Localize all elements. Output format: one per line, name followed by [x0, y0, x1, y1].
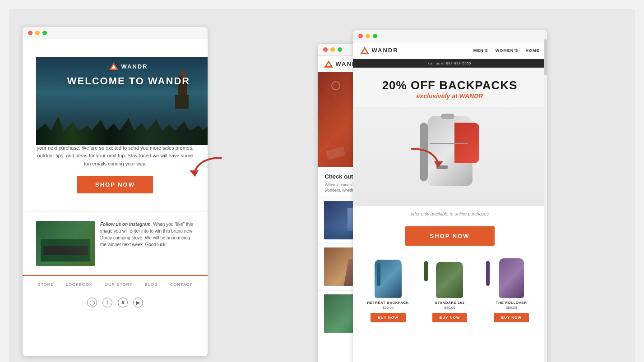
right-arrow	[407, 144, 448, 171]
email1-footer-nav: STORE LOOKBOOK OUR STORY BLOG CONTACT	[23, 275, 208, 293]
email1-social-icons: ◯ f ✘ ▶	[23, 293, 208, 312]
product-buy-button-2[interactable]: BUY NOW	[432, 313, 468, 322]
product-img-3	[484, 257, 539, 298]
email2-scroll-thumb	[544, 39, 547, 75]
email2-nav: WANDR MEN'S WOMEN'S HOME	[353, 42, 547, 59]
email2-backpack-image	[353, 107, 547, 206]
email2-shop-now-button[interactable]: SHOP NOW	[405, 226, 495, 246]
email2-logo: WANDR	[360, 47, 398, 54]
email2-promo-subheadline: exclusively at WANDR	[362, 92, 538, 100]
youtube-icon[interactable]: ▶	[133, 298, 143, 307]
stage: WANDR WELCOME TO WANDR As a thank you fo…	[9, 9, 635, 362]
product-strap-3	[486, 261, 490, 286]
dot-yellow	[35, 31, 40, 35]
left-arrow	[185, 153, 226, 180]
backpack-handle	[441, 114, 454, 119]
product-visual-blue	[375, 260, 402, 298]
product-item-1: RETREAT BACKPACK $50.00 BUY NOW	[360, 257, 416, 322]
product-item-3: THE ROLLOVER $80.00 BUY NOW	[484, 257, 539, 322]
email1-browser-bar	[23, 27, 208, 39]
product-name-2: STANDARD 101	[422, 301, 477, 305]
twitter-icon[interactable]: ✘	[118, 298, 128, 307]
hero-item-2	[326, 147, 346, 160]
email2-logo-icon	[360, 47, 369, 54]
product-price-3: $80.00	[484, 306, 539, 310]
dot-yellow-3	[330, 47, 335, 52]
product-visual-green	[436, 262, 463, 298]
email3-logo-icon	[324, 60, 333, 68]
email2-window: WANDR MEN'S WOMEN'S HOME call us at 888-…	[353, 30, 547, 362]
email2-promo-headline: 20% OFF BACKPACKS	[362, 78, 538, 92]
email1-shop-now-button[interactable]: SHOP NOW	[77, 176, 153, 193]
product-name-1: RETREAT BACKPACK	[360, 301, 416, 305]
dot-yellow-2	[366, 34, 370, 38]
product-item-2: STANDARD 101 $40.00 BUY NOW	[422, 257, 477, 322]
product-img-1	[360, 257, 416, 298]
hero-item-3	[331, 81, 340, 90]
dot-red-2	[358, 34, 363, 38]
nav-mens[interactable]: MEN'S	[473, 48, 488, 53]
dot-green	[42, 31, 47, 35]
email2-products-section: RETREAT BACKPACK $50.00 BUY NOW STANDARD…	[353, 250, 547, 326]
footer-link-store[interactable]: STORE	[37, 282, 54, 287]
email1-hero-title: WELCOME TO WANDR	[36, 75, 208, 145]
footer-link-lookbook[interactable]: LOOKBOOK	[66, 282, 93, 287]
nav-womens[interactable]: WOMEN'S	[496, 48, 519, 53]
instagram-icon[interactable]: ◯	[87, 298, 97, 307]
svg-marker-1	[434, 161, 443, 168]
product-buy-button-3[interactable]: BUY NOW	[494, 313, 529, 322]
footer-link-blog[interactable]: BLOG	[145, 282, 158, 287]
product-visual-purple	[499, 258, 524, 298]
email1-instagram-text: Follow us on Instagram. When you "like" …	[100, 221, 194, 248]
email1-window: WANDR WELCOME TO WANDR As a thank you fo…	[23, 27, 208, 356]
dot-green-2	[373, 34, 377, 38]
dot-red-3	[323, 47, 328, 52]
product-price-2: $40.00	[422, 306, 477, 310]
email1-instagram-image	[36, 221, 95, 266]
email2-brand: WANDR	[372, 47, 398, 54]
email2-shopnow-section: SHOP NOW	[353, 222, 547, 250]
email1-logo-icon	[109, 63, 118, 70]
email2-promo-section: 20% OFF BACKPACKS exclusively at WANDR	[353, 68, 547, 107]
email1-hero: WANDR WELCOME TO WANDR	[36, 57, 208, 145]
facebook-icon[interactable]: f	[102, 298, 112, 307]
product-price-1: $50.00	[360, 306, 416, 310]
dot-red	[28, 31, 32, 35]
email2-nav-links: MEN'S WOMEN'S HOME	[473, 48, 540, 53]
email1-brand: WANDR	[121, 63, 148, 70]
svg-marker-0	[190, 170, 199, 177]
email2-browser-bar	[353, 30, 547, 42]
product-strap-2	[424, 261, 428, 281]
nav-home[interactable]: HOME	[526, 48, 540, 53]
email2-offer-note: offer only available to online purchases	[353, 206, 547, 222]
email1-instagram-title: Follow us on Instagram.	[100, 222, 152, 227]
dot-green-3	[338, 47, 342, 52]
email2-scrollbar	[544, 30, 547, 362]
product-strap-1	[377, 263, 380, 286]
product-buy-button-1[interactable]: BUY NOW	[371, 313, 406, 322]
footer-link-ourstory[interactable]: OUR STORY	[105, 282, 133, 287]
product-name-3: THE ROLLOVER	[484, 301, 539, 305]
email2-topbar: call us at 888-888-5555	[353, 59, 547, 68]
product-img-2	[422, 257, 477, 298]
email1-instagram-section: Follow us on Instagram. When you "like" …	[23, 211, 208, 275]
footer-link-contact[interactable]: CONTACT	[170, 282, 193, 287]
